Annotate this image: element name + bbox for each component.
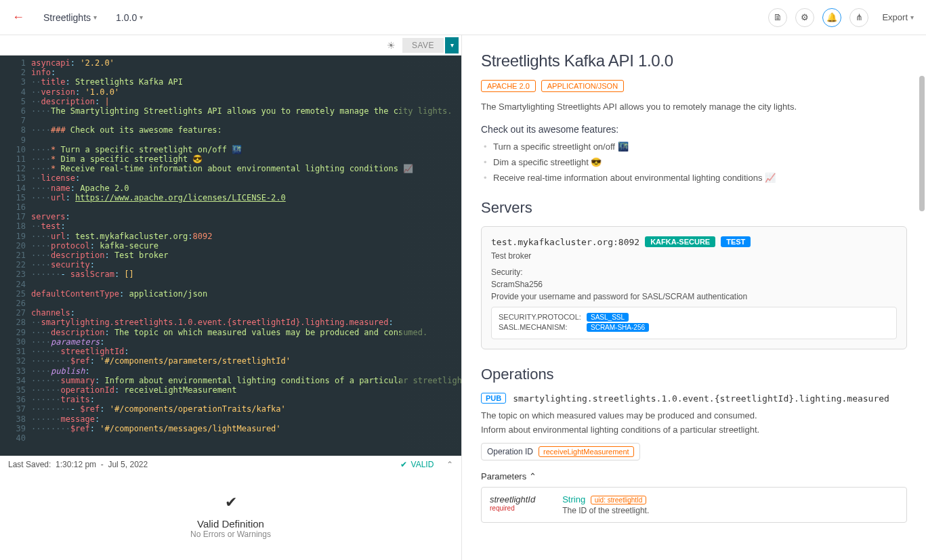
editor-status-bar: Last Saved: 1:30:12 pm - Jul 5, 2022 ✔VA… bbox=[0, 456, 461, 472]
operation-channel: smartylighting.streetlights.1.0.event.{s… bbox=[513, 393, 889, 404]
server-description: Test broker bbox=[491, 251, 897, 261]
version-selector[interactable]: 1.0.0▾ bbox=[116, 12, 143, 23]
kv-key: SECURITY.PROTOCOL: bbox=[499, 313, 587, 321]
project-selector[interactable]: Streetlights▾ bbox=[43, 12, 97, 23]
share-icon[interactable]: ⋔ bbox=[849, 8, 868, 27]
collapse-icon[interactable]: ⌃ bbox=[446, 460, 453, 469]
server-card: test.mykafkacluster.org:8092 KAFKA-SECUR… bbox=[481, 226, 907, 349]
code-editor[interactable]: 1234567891011121314151617181920212223242… bbox=[0, 56, 461, 456]
minimap[interactable] bbox=[400, 56, 461, 456]
gear-icon[interactable]: ⚙ bbox=[795, 8, 814, 27]
valid-badge: VALID bbox=[411, 460, 434, 469]
tag-row: APACHE 2.0APPLICATION/JSON bbox=[481, 80, 907, 92]
chevron-up-icon: ⌃ bbox=[529, 471, 536, 481]
theme-icon[interactable]: ☀ bbox=[381, 40, 401, 51]
check-icon: ✔ bbox=[400, 460, 407, 469]
chevron-down-icon: ▾ bbox=[93, 14, 97, 21]
server-url: test.mykafkacluster.org:8092 bbox=[491, 237, 639, 247]
export-button[interactable]: Export▾ bbox=[882, 12, 914, 22]
param-uid-badge: uid: streetlightId bbox=[591, 496, 647, 504]
operation-id-label: Operation ID bbox=[487, 447, 533, 456]
kv-value-badge: SCRAM-SHA-256 bbox=[587, 323, 649, 332]
operation-id-value: receiveLightMeasurement bbox=[539, 446, 634, 457]
feature-item: Dim a specific streetlight 😎 bbox=[493, 157, 907, 167]
security-label: Security: bbox=[491, 267, 897, 277]
back-arrow-icon[interactable]: ← bbox=[12, 10, 24, 24]
protocol-badge: KAFKA-SECURE bbox=[645, 236, 715, 247]
parameters-toggle[interactable]: Parameters ⌃ bbox=[481, 471, 907, 481]
operation-description: The topic on which measured values may b… bbox=[481, 410, 907, 421]
feature-item: Turn a specific streetlight on/off 🌃 bbox=[493, 142, 907, 152]
check-icon: ✔ bbox=[225, 494, 237, 511]
save-dropdown[interactable]: ▾ bbox=[445, 37, 459, 53]
validation-subtitle: No Errors or Warnings bbox=[190, 530, 271, 539]
param-name: streetlightId bbox=[490, 494, 535, 504]
code-content[interactable]: asyncapi: '2.2.0'info:··title: Streetlig… bbox=[31, 56, 461, 456]
preview-pane[interactable]: Streetlights Kafka API 1.0.0 APACHE 2.0A… bbox=[462, 35, 926, 560]
chevron-down-icon: ▾ bbox=[140, 14, 143, 21]
security-type: ScramSha256 bbox=[491, 280, 897, 289]
feature-item: Receive real-time information about envi… bbox=[493, 173, 907, 183]
kv-value-badge: SASL_SSL bbox=[587, 313, 629, 322]
bell-icon[interactable]: 🔔 bbox=[822, 8, 841, 27]
operation-summary: Inform about environmental lighting cond… bbox=[481, 425, 907, 435]
pub-badge: PUB bbox=[481, 393, 506, 404]
scrollbar[interactable] bbox=[919, 35, 925, 560]
license-tag: APPLICATION/JSON bbox=[541, 80, 624, 92]
kv-key: SASL.MECHANISM: bbox=[499, 323, 587, 331]
chevron-down-icon: ▾ bbox=[910, 14, 914, 21]
save-button[interactable]: SAVE bbox=[402, 38, 444, 53]
license-tag: APACHE 2.0 bbox=[481, 80, 536, 92]
validation-panel: ✔ Valid Definition No Errors or Warnings bbox=[0, 472, 461, 560]
validation-title: Valid Definition bbox=[197, 518, 264, 530]
parameter-row: streetlightId required String uid: stree… bbox=[481, 487, 907, 523]
security-details: SECURITY.PROTOCOL:SASL_SSL SASL.MECHANIS… bbox=[491, 307, 897, 339]
document-icon[interactable]: 🗎 bbox=[768, 8, 787, 27]
server-name-badge: TEST bbox=[721, 236, 751, 247]
features-list: Turn a specific streetlight on/off 🌃Dim … bbox=[481, 142, 907, 183]
features-heading: Check out its awesome features: bbox=[481, 124, 907, 135]
param-description: The ID of the streetlight. bbox=[562, 506, 649, 515]
security-description: Provide your username and password for S… bbox=[491, 292, 897, 301]
operation-id-box: Operation ID receiveLightMeasurement bbox=[481, 443, 640, 460]
topbar: ← Streetlights▾ 1.0.0▾ 🗎 ⚙ 🔔 ⋔ Export▾ bbox=[0, 0, 926, 35]
param-type: String bbox=[562, 494, 585, 504]
line-gutter: 1234567891011121314151617181920212223242… bbox=[0, 56, 31, 456]
servers-heading: Servers bbox=[481, 199, 907, 217]
scrollbar-thumb[interactable] bbox=[919, 76, 925, 211]
api-description: The Smartylighting Streetlights API allo… bbox=[481, 102, 907, 112]
operations-heading: Operations bbox=[481, 366, 907, 383]
param-required: required bbox=[490, 504, 535, 512]
editor-pane: ☀ SAVE ▾ 1234567891011121314151617181920… bbox=[0, 35, 462, 560]
last-saved: Last Saved: 1:30:12 pm - Jul 5, 2022 bbox=[8, 460, 148, 469]
api-title: Streetlights Kafka API 1.0.0 bbox=[481, 51, 907, 70]
